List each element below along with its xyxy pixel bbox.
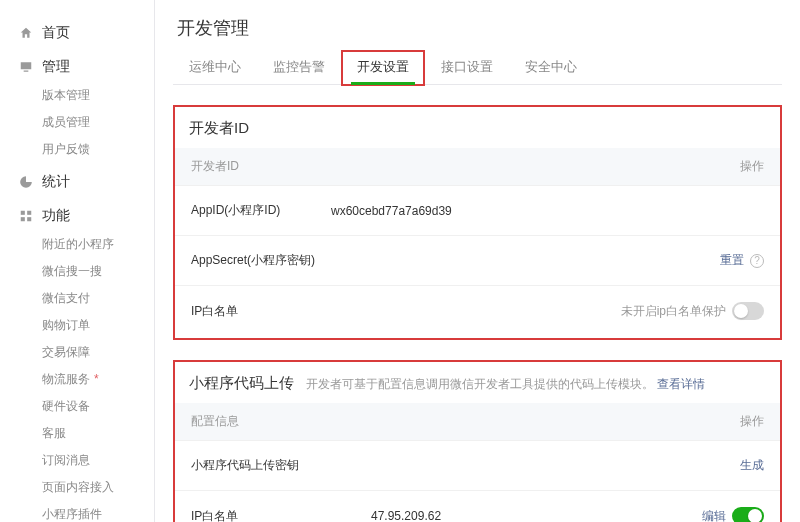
tab-monitor[interactable]: 监控告警 xyxy=(257,50,341,84)
cell-key: IP白名单 xyxy=(191,303,331,320)
nav-func-item[interactable]: 交易保障 xyxy=(42,339,154,366)
nav-manage[interactable]: 管理 xyxy=(0,52,154,82)
ip-whitelist-toggle[interactable] xyxy=(732,302,764,320)
tab-dev-settings[interactable]: 开发设置 xyxy=(341,50,425,86)
tab-security[interactable]: 安全中心 xyxy=(509,50,593,84)
nav-func[interactable]: 功能 xyxy=(0,201,154,231)
nav-manage-item[interactable]: 版本管理 xyxy=(42,82,154,109)
row-appsecret: AppSecret(小程序密钥) 重置 ? xyxy=(175,235,780,285)
generate-button[interactable]: 生成 xyxy=(740,457,764,474)
cell-key: 小程序代码上传密钥 xyxy=(191,457,371,474)
col-key: 开发者ID xyxy=(191,158,704,175)
col-action: 操作 xyxy=(704,158,764,175)
nav-func-item[interactable]: 物流服务 xyxy=(42,366,154,393)
svg-rect-0 xyxy=(21,211,25,215)
row-appid: AppID(小程序ID) wx60cebd77a7a69d39 xyxy=(175,185,780,235)
nav-func-item[interactable]: 购物订单 xyxy=(42,312,154,339)
sidebar: 首页 管理 版本管理 成员管理 用户反馈 统计 功能 附近的小程序 微信搜一搜 … xyxy=(0,0,155,522)
grid-icon xyxy=(18,208,34,224)
nav-func-item[interactable]: 客服 xyxy=(42,420,154,447)
developer-id-panel: 开发者ID 开发者ID 操作 AppID(小程序ID) wx60cebd77a7… xyxy=(173,105,782,340)
cell-key: AppSecret(小程序密钥) xyxy=(191,252,331,269)
cell-key: AppID(小程序ID) xyxy=(191,202,331,219)
tab-api[interactable]: 接口设置 xyxy=(425,50,509,84)
svg-rect-1 xyxy=(27,211,31,215)
nav-home-label: 首页 xyxy=(42,24,70,42)
help-icon[interactable]: ? xyxy=(750,254,764,268)
nav-home[interactable]: 首页 xyxy=(0,18,154,48)
panel-title: 小程序代码上传 xyxy=(189,374,294,393)
nav-func-item[interactable]: 订阅消息 xyxy=(42,447,154,474)
tab-ops[interactable]: 运维中心 xyxy=(173,50,257,84)
table-header: 配置信息 操作 xyxy=(175,403,780,440)
toggle-group: 未开启ip白名单保护 xyxy=(621,302,764,320)
nav-func-item[interactable]: 小程序插件 xyxy=(42,501,154,522)
upload-ip-toggle[interactable] xyxy=(732,507,764,522)
nav-manage-item[interactable]: 用户反馈 xyxy=(42,136,154,163)
code-upload-panel: 小程序代码上传 开发者可基于配置信息调用微信开发者工具提供的代码上传模块。 查看… xyxy=(173,360,782,522)
cell-key: IP白名单 xyxy=(191,508,371,523)
tabs: 运维中心 监控告警 开发设置 接口设置 安全中心 xyxy=(173,50,782,85)
nav-func-item[interactable]: 附近的小程序 xyxy=(42,231,154,258)
nav-manage-item[interactable]: 成员管理 xyxy=(42,109,154,136)
nav-func-item[interactable]: 页面内容接入 xyxy=(42,474,154,501)
svg-rect-2 xyxy=(21,217,25,221)
col-key: 配置信息 xyxy=(191,413,704,430)
toggle-note: 未开启ip白名单保护 xyxy=(621,303,726,320)
edit-button[interactable]: 编辑 xyxy=(702,508,726,523)
row-upload-ip: IP白名单 47.95.209.62 编辑 xyxy=(175,490,780,522)
monitor-icon xyxy=(18,59,34,75)
col-action: 操作 xyxy=(704,413,764,430)
cell-value: 47.95.209.62 xyxy=(371,509,702,522)
nav-func-label: 功能 xyxy=(42,207,70,225)
nav-func-item[interactable]: 硬件设备 xyxy=(42,393,154,420)
nav-func-item[interactable]: 微信搜一搜 xyxy=(42,258,154,285)
cell-value: wx60cebd77a7a69d39 xyxy=(331,204,764,218)
view-details-link[interactable]: 查看详情 xyxy=(657,377,705,391)
nav-stats-label: 统计 xyxy=(42,173,70,191)
home-icon xyxy=(18,25,34,41)
nav-stats[interactable]: 统计 xyxy=(0,167,154,197)
reset-button[interactable]: 重置 ? xyxy=(720,252,764,269)
nav-manage-label: 管理 xyxy=(42,58,70,76)
panel-subtitle: 开发者可基于配置信息调用微信开发者工具提供的代码上传模块。 查看详情 xyxy=(306,376,705,393)
table-header: 开发者ID 操作 xyxy=(175,148,780,185)
main: 开发管理 运维中心 监控告警 开发设置 接口设置 安全中心 开发者ID 开发者I… xyxy=(155,0,800,522)
chart-icon xyxy=(18,174,34,190)
row-ipwhitelist: IP白名单 未开启ip白名单保护 xyxy=(175,285,780,336)
svg-rect-3 xyxy=(27,217,31,221)
nav-func-item[interactable]: 微信支付 xyxy=(42,285,154,312)
action-group: 编辑 xyxy=(702,507,764,522)
row-upload-key: 小程序代码上传密钥 生成 xyxy=(175,440,780,490)
panel-title: 开发者ID xyxy=(175,107,780,148)
page-title: 开发管理 xyxy=(177,16,782,40)
